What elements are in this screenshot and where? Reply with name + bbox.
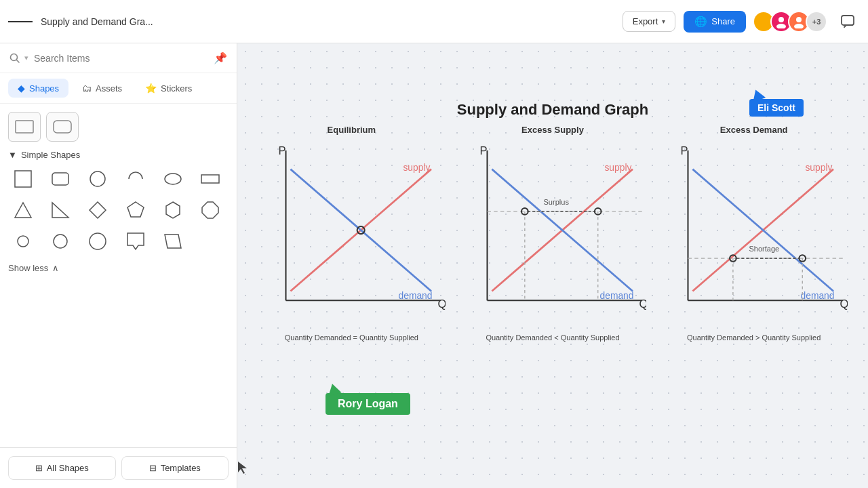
globe-icon: 🌐 [694,16,707,28]
svg-text:supply: supply [403,162,430,173]
svg-point-12 [165,174,181,184]
svg-marker-24 [165,235,181,248]
tab-assets[interactable]: 🗂 Assets [73,79,132,98]
svg-text:Q: Q [438,298,446,310]
search-icon [9,53,20,64]
cursor-label-eli: Eli Scott [749,99,804,117]
svg-text:P: P [479,144,487,157]
svg-rect-9 [15,171,31,187]
excess-demand-chart: P Q supply demand Shortage [660,139,848,331]
shape-tabs: ◆ Shapes 🗂 Assets ⭐ Stickers [0,73,237,104]
svg-text:P: P [278,144,285,157]
shape-ellipse[interactable] [158,165,188,192]
svg-rect-7 [16,121,33,133]
svg-point-2 [796,17,802,22]
shape-callout-down[interactable] [121,228,151,255]
svg-rect-13 [201,175,219,183]
diagram-excess-supply: Excess Supply P Q supply demand [459,125,647,342]
pin-icon[interactable]: 📌 [214,52,227,64]
document-title: Supply and Demand Gra... [41,16,153,27]
shape-preview-rounded[interactable] [46,112,79,142]
excess-supply-chart: P Q supply demand Surplus [459,139,647,331]
svg-point-0 [778,17,784,22]
svg-marker-16 [90,202,106,218]
svg-point-11 [90,171,105,186]
svg-text:Q: Q [840,298,848,310]
diagrams-container: Equilibrium P Q supply demand Quantity D… [258,125,848,342]
svg-point-22 [90,233,106,249]
shape-circle[interactable] [83,165,113,192]
comment-button[interactable] [835,9,860,34]
template-icon: ⊟ [149,463,157,473]
diagram-equilibrium: Equilibrium P Q supply demand Quantity D… [258,125,446,342]
shape-circle-lg[interactable] [83,228,113,255]
svg-point-3 [794,24,804,28]
shape-preview-rect[interactable] [8,112,41,142]
topbar: Supply and Demand Gra... Export ▾ 🌐 Shar… [0,0,868,43]
svg-text:demand: demand [399,290,433,301]
svg-marker-15 [52,203,68,218]
cursor-rory: Rory Logan [326,384,410,415]
svg-line-6 [17,60,20,62]
shape-hexagon[interactable] [158,197,188,224]
tab-stickers[interactable]: ⭐ Stickers [136,79,201,98]
sidebar: ▾ 📌 ◆ Shapes 🗂 Assets ⭐ Stickers [0,43,237,488]
shape-circle-sm[interactable] [8,228,38,255]
chevron-up-icon: ∧ [52,263,59,273]
export-button[interactable]: Export ▾ [623,11,676,32]
svg-marker-19 [202,202,218,218]
diamond-icon: ◆ [18,83,25,94]
shapes-area: ▼ Simple Shapes [0,104,237,447]
svg-text:demand: demand [801,290,835,301]
shape-arc[interactable] [121,165,151,192]
shape-parallelogram[interactable] [158,228,188,255]
svg-marker-73 [238,462,247,474]
bottom-buttons: ⊞ All Shapes ⊟ Templates [0,447,237,488]
star-icon: ⭐ [145,83,157,94]
svg-text:supply: supply [806,162,833,173]
all-shapes-button[interactable]: ⊞ All Shapes [8,456,116,480]
search-bar: ▾ 📌 [0,43,237,73]
shape-rect-wide[interactable] [195,165,225,192]
show-less-button[interactable]: Show less ∧ [8,263,229,273]
svg-text:P: P [681,144,688,157]
shape-diamond[interactable] [83,197,113,224]
assets-icon: 🗂 [82,83,92,94]
svg-point-21 [54,235,67,248]
top-shapes-row [8,112,229,142]
search-input[interactable] [34,53,208,64]
grid-icon: ⊞ [35,463,43,473]
svg-rect-10 [52,173,68,185]
shape-rect-rounded[interactable] [45,165,75,192]
svg-text:supply: supply [604,162,631,173]
simple-shapes-grid [8,165,229,255]
svg-point-1 [776,24,786,28]
shape-pentagon[interactable] [121,197,151,224]
shape-octagon[interactable] [195,197,225,224]
svg-marker-17 [127,202,144,217]
share-button[interactable]: 🌐 Share [684,11,746,33]
chevron-down-icon: ▼ [8,150,17,160]
shape-circle-md[interactable] [45,228,75,255]
section-header-simple-shapes[interactable]: ▼ Simple Shapes [8,150,229,160]
chevron-down-icon: ▾ [662,18,665,25]
svg-rect-8 [54,121,71,133]
svg-point-20 [18,236,28,247]
menu-button[interactable] [8,9,33,34]
canvas[interactable]: Supply and Demand Graph Equilibrium P Q … [237,43,868,488]
tab-shapes[interactable]: ◆ Shapes [8,79,68,98]
svg-text:Surplus: Surplus [543,198,569,206]
diagram-title: Supply and Demand Graph [457,101,648,119]
collaborators: +3 [757,11,827,33]
svg-text:Q: Q [639,298,646,310]
shape-triangle[interactable] [8,197,38,224]
equilibrium-chart: P Q supply demand [258,139,446,331]
more-collaborators[interactable]: +3 [806,11,827,33]
shape-right-triangle[interactable] [45,197,75,224]
svg-marker-18 [166,202,180,218]
templates-button[interactable]: ⊟ Templates [121,456,229,480]
svg-marker-14 [15,203,31,218]
shape-square[interactable] [8,165,38,192]
cursor-label-rory: Rory Logan [326,393,410,415]
svg-rect-4 [842,16,854,25]
